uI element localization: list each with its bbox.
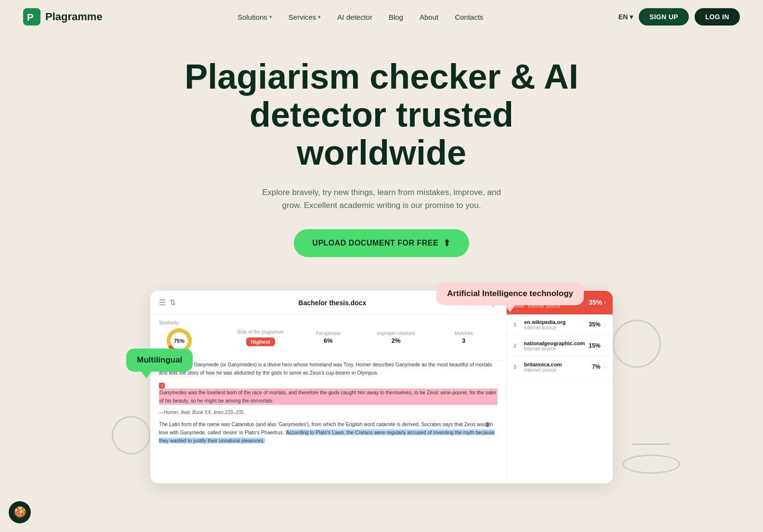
chevron-right-icon: › [604,322,606,327]
cookie-consent-button[interactable]: 🍪 [9,501,31,523]
decorative-circle-left [112,416,150,454]
chevron-right-icon: › [604,343,606,349]
stat-risk: Risk of the plagiarism Highest [227,320,295,355]
login-button[interactable]: LOG IN [695,8,740,26]
doc-left-panel: ☰ ⇅ Bachelor thesis.docx ⋮ Similarity [150,291,507,483]
risk-badge: Highest [246,337,275,346]
bubble-tail [504,304,516,312]
reference-badge: 1 [159,383,165,389]
svg-text:P: P [27,12,33,23]
logo-icon: P [23,8,40,26]
document-card: ☰ ⇅ Bachelor thesis.docx ⋮ Similarity [150,291,613,483]
filter-icon: ⇅ [170,298,176,307]
doc-stats-row: Similarity 75% [150,315,506,361]
source-arrow-icon: › [604,299,606,306]
chevron-down-icon: ▾ [269,14,272,20]
nav-links: Solutions ▾ Services ▾ AI detector Blog … [231,9,490,25]
decorative-circle-right [613,320,661,368]
stat-paraphrase: Paraphrase 6% [294,320,362,355]
chevron-right-icon: › [604,364,606,370]
chevron-down-icon: ▾ [630,13,633,21]
doc-text-content: eek mythology, Ganymede (or Ganymedes) i… [150,361,506,455]
logo-link[interactable]: P Plagramme [23,8,103,26]
navbar: P Plagramme Solutions ▾ Services ▾ AI de… [0,0,763,34]
nav-contacts[interactable]: Contacts [448,9,490,25]
source-item[interactable]: 3 britannica.com Internet source 7% › [507,357,613,378]
doc-right-panel: 1 en.wikipedia.org Internet source 35% ›… [507,291,613,483]
upload-icon: ⬆ [443,238,451,248]
nav-about[interactable]: About [413,9,445,25]
hero-title: Plagiarism checker & AI detector trusted… [165,58,598,172]
logo-text: Plagramme [45,11,103,23]
doc-filename: Bachelor thesis.docx [299,299,367,307]
nav-solutions[interactable]: Solutions ▾ [231,9,279,25]
stat-matches: Matches 3 [430,320,498,355]
list-icon: ☰ [159,298,166,307]
hero-subtitle: Explore bravely, try new things, learn f… [251,186,512,212]
hero-section: Plagiarism checker & AI detector trusted… [0,34,763,267]
ai-bubble: Artificial Intelligence technology [436,282,584,305]
nav-ai-detector[interactable]: AI detector [330,9,379,25]
chevron-down-icon: ▾ [318,14,321,20]
highlight-blue-text: According to Plato's Laws, the Cretans w… [159,429,495,443]
decorative-oval-right [622,454,680,474]
bubble-tail [141,371,152,378]
cookie-icon: 🍪 [13,506,26,519]
lang-selector[interactable]: EN ▾ [618,13,633,21]
decorative-line-right [632,443,671,445]
source-list: 1 en.wikipedia.org Internet source 35% ›… [507,314,613,378]
nav-blog[interactable]: Blog [382,9,410,25]
doc-toolbar-icons: ☰ ⇅ [159,298,176,307]
upload-button[interactable]: UPLOAD DOCUMENT FOR FREE ⬆ [294,229,469,257]
stat-improper: Improper citations 2% [362,320,430,355]
multilingual-bubble: Multilingual [126,349,193,372]
nav-right: EN ▾ SIGN UP LOG IN [618,8,740,26]
highlight-pink-text: Ganymedes was the loveliest born of the … [159,389,498,405]
source-item[interactable]: 1 en.wikipedia.org Internet source 35% › [507,314,613,336]
demo-section: Artificial Intelligence technology Multi… [141,291,622,483]
source-item[interactable]: 2 nationalgeographic.com Internet source… [507,336,613,357]
nav-services[interactable]: Services ▾ [282,9,328,25]
signup-button[interactable]: SIGN UP [639,8,689,26]
